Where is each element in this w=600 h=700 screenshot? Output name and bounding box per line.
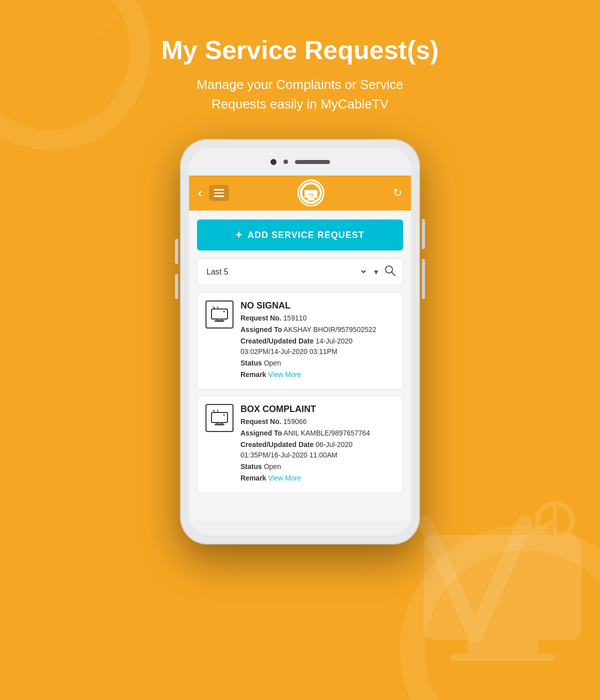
refresh-button[interactable]: ↻ [393, 186, 402, 200]
card-icon-1 [206, 300, 234, 328]
view-more-link-2[interactable]: View More [268, 474, 301, 482]
power-button [422, 219, 425, 249]
card-details-2: BOX COMPLAINT Request No. 159066 Assigne… [240, 404, 394, 484]
svg-rect-12 [308, 198, 314, 200]
phone-screen: ‹ my [189, 148, 411, 536]
svg-rect-19 [215, 320, 224, 322]
phone-top-bar [189, 148, 411, 176]
menu-line-2 [214, 192, 224, 194]
plus-icon: + [236, 228, 242, 242]
svg-point-20 [224, 311, 225, 312]
request-no-label-2: Request No. [240, 418, 282, 426]
app-header: ‹ my [189, 176, 411, 210]
menu-line-1 [214, 189, 224, 190]
app-content: + ADD SERVICE REQUEST Last 5 Last 10 Las… [189, 210, 411, 520]
status-label-2: Status [240, 462, 262, 470]
back-button[interactable]: ‹ [198, 187, 202, 199]
logo-inner: my [299, 181, 323, 205]
svg-line-16 [392, 272, 396, 276]
page-title: My Service Request(s) [0, 35, 600, 65]
card-title-1: NO SIGNAL [240, 300, 394, 311]
phone-bottom-bar [189, 520, 411, 536]
service-card-1: NO SIGNAL Request No. 159110 Assigned To… [197, 292, 403, 390]
card-remark-1: Remark View More [240, 370, 394, 380]
volume-down-button [175, 274, 178, 299]
svg-rect-17 [212, 309, 228, 319]
card-status-2: Status Open [240, 462, 394, 472]
filter-arrow-icon: ▼ [372, 268, 380, 276]
speaker-bar [295, 160, 330, 164]
volume-up-button [175, 239, 178, 264]
card-icon-2 [206, 404, 234, 432]
phone-mockup: ‹ my [0, 139, 600, 544]
filter-row: Last 5 Last 10 Last 20 All ▼ [197, 258, 403, 285]
camera-lens [270, 159, 276, 165]
svg-rect-5 [468, 640, 538, 654]
assigned-label-1: Assigned To [240, 326, 282, 334]
card-created-2: Created/Updated Date 06-Jul-2020 01:35PM… [240, 440, 394, 460]
card-created-1: Created/Updated Date 14-Jul-2020 03:02PM… [240, 336, 394, 357]
card-assigned-1: Assigned To AKSHAY BHOIR/9579502522 [240, 324, 394, 335]
request-no-label-1: Request No. [240, 314, 282, 322]
view-more-link-1[interactable]: View More [268, 370, 301, 378]
add-service-request-label: ADD SERVICE REQUEST [248, 230, 364, 240]
page-header: My Service Request(s) Manage your Compla… [0, 0, 600, 114]
menu-line-3 [214, 196, 224, 197]
phone-body: ‹ my [180, 139, 420, 544]
remark-label-2: Remark [240, 474, 266, 482]
app-logo: my [298, 180, 324, 206]
service-card-2: BOX COMPLAINT Request No. 159066 Assigne… [197, 396, 403, 493]
svg-rect-6 [450, 654, 555, 661]
remark-label-1: Remark [240, 370, 266, 378]
svg-rect-4 [424, 535, 582, 640]
menu-button[interactable] [209, 185, 229, 201]
svg-line-22 [218, 306, 218, 309]
svg-point-26 [224, 414, 225, 416]
status-label-1: Status [240, 359, 262, 367]
card-details-1: NO SIGNAL Request No. 159110 Assigned To… [240, 300, 394, 381]
sensor-dot [284, 160, 288, 164]
svg-text:my: my [308, 192, 314, 196]
card-request-no-2: Request No. 159066 [240, 416, 394, 427]
card-request-no-1: Request No. 159110 [240, 313, 394, 324]
svg-rect-23 [212, 412, 228, 422]
add-service-request-button[interactable]: + ADD SERVICE REQUEST [197, 220, 403, 250]
card-title-2: BOX COMPLAINT [240, 404, 394, 414]
search-button[interactable] [384, 265, 396, 278]
page-subtitle: Manage your Complaints or ServiceRequest… [0, 75, 600, 114]
created-label-1: Created/Updated Date [240, 337, 314, 345]
app-header-left: ‹ [198, 185, 229, 201]
assigned-label-2: Assigned To [240, 429, 282, 437]
created-label-2: Created/Updated Date [240, 440, 314, 448]
volume-button [422, 259, 425, 299]
svg-line-28 [218, 410, 218, 412]
svg-rect-25 [215, 424, 224, 425]
card-remark-2: Remark View More [240, 473, 394, 484]
card-assigned-2: Assigned To ANIL KAMBLE/9897657764 [240, 428, 394, 438]
svg-rect-13 [306, 200, 316, 200]
filter-select[interactable]: Last 5 Last 10 Last 20 All [204, 267, 368, 276]
card-status-1: Status Open [240, 358, 394, 368]
